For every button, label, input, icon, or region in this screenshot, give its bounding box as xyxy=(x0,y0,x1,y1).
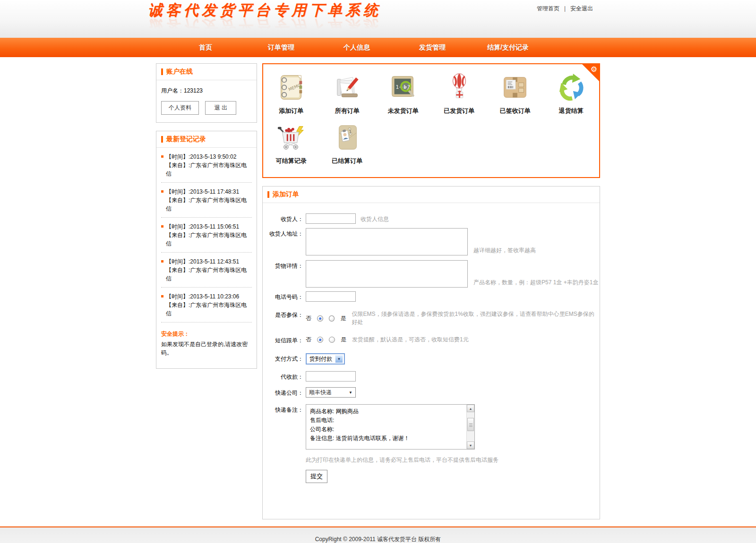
record-from-label: 【来自】: xyxy=(166,162,190,169)
record-time: 2013-5-11 15:06:51 xyxy=(190,223,239,230)
logout-link[interactable]: 安全退出 xyxy=(570,5,593,12)
phone-label: 电话号码： xyxy=(263,291,303,301)
header-accent-bar xyxy=(161,68,163,75)
add-order-header: 添加订单 xyxy=(263,187,600,203)
username-label: 用户名： xyxy=(161,87,184,94)
cod-label: 代收款： xyxy=(263,371,303,381)
account-box-header: 账户在线 xyxy=(156,64,257,80)
records-box-header: 最新登记记录 xyxy=(156,131,257,148)
admin-home-link[interactable]: 管理首页 xyxy=(537,5,559,12)
records-box-title: 最新登记记录 xyxy=(166,135,206,144)
add-order-title: 添加订单 xyxy=(273,190,299,199)
quick-unshipped-orders[interactable]: 1+1 =? 未发货订单 xyxy=(375,72,431,115)
dotted-divider xyxy=(161,287,252,288)
quick-shipped-orders[interactable]: 已发货订单 xyxy=(431,72,488,115)
profile-button[interactable]: 个人资料 xyxy=(161,101,199,115)
username-line: 用户名：123123 xyxy=(161,87,252,95)
submit-button[interactable]: 提交 xyxy=(306,470,327,483)
main-nav: 首页 订单管理 个人信息 发货管理 结算/支付记录 xyxy=(0,38,756,57)
record-from-label: 【来自】: xyxy=(166,267,190,273)
nav-item-shipping[interactable]: 发货管理 xyxy=(395,43,470,52)
address-label: 收货人地址： xyxy=(263,228,303,238)
nav-item-settlement[interactable]: 结算/支付记录 xyxy=(470,43,546,52)
courier-label: 快递公司： xyxy=(263,387,303,397)
record-time-label: 【时间】: xyxy=(166,223,190,230)
quick-item-label: 添加订单 xyxy=(263,107,319,115)
book-pencil-icon xyxy=(319,72,376,103)
add-order-panel: 添加订单 收货人： 收货人信息 收货人地址： 越详细越好，签收率越高 xyxy=(262,186,600,519)
gear-icon[interactable]: ⚙ xyxy=(591,65,597,74)
remark-hint: 此为打印在快递单上的信息，请务必写上售后电话，平台不提供售后电话服务 xyxy=(306,456,600,464)
phone-input[interactable] xyxy=(306,291,356,302)
blackboard-icon: 1+1 =? xyxy=(375,72,431,103)
quick-item-label: 所有订单 xyxy=(319,107,376,115)
quick-add-order[interactable]: MEMO 添加订单 xyxy=(263,72,319,115)
scrollbar[interactable]: ▲ ▼ xyxy=(466,405,474,449)
record-time-label: 【时间】: xyxy=(166,153,190,160)
quick-settled-orders[interactable]: 已结算订单 xyxy=(319,122,376,165)
logout-button[interactable]: 退 出 xyxy=(205,101,236,115)
quick-item-label: 已结算订单 xyxy=(319,157,376,165)
bullet-icon xyxy=(161,295,163,297)
bullet-icon xyxy=(161,190,163,193)
security-tip-title: 安全提示： xyxy=(161,330,252,338)
quick-settleable-records[interactable]: 可结算记录 xyxy=(263,122,319,165)
scroll-thumb[interactable] xyxy=(467,418,474,431)
dotted-divider xyxy=(161,322,252,322)
sms-hint: 发货提醒，默认选是，可选否，收取短信费1元 xyxy=(352,336,469,344)
remark-textarea[interactable]: 商品名称: 网购商品 售后电话: 公司名称: 备注信息: 送货前请先电话联系，谢… xyxy=(306,404,475,450)
dotted-divider xyxy=(161,217,252,218)
quick-item-label: 已签收订单 xyxy=(487,107,543,115)
receiver-input[interactable] xyxy=(306,213,356,224)
sms-yes-label: 是 xyxy=(341,336,346,344)
quick-all-orders[interactable]: 所有订单 xyxy=(319,72,376,115)
bullet-icon xyxy=(161,155,163,158)
quick-item-label: 已发货订单 xyxy=(431,107,488,115)
payment-select[interactable]: 货到付款 ▼ xyxy=(306,353,345,365)
record-time-label: 【时间】: xyxy=(166,293,190,300)
scroll-down-icon[interactable]: ▼ xyxy=(467,441,474,449)
courier-select[interactable]: 顺丰快递 ▼ xyxy=(306,387,356,398)
nav-item-home[interactable]: 首页 xyxy=(168,43,243,52)
goods-textarea[interactable] xyxy=(306,260,468,288)
insurance-no-label: 否 xyxy=(306,314,311,322)
record-from-label: 【来自】: xyxy=(166,232,190,238)
receiver-label: 收货人： xyxy=(263,213,303,223)
dotted-divider xyxy=(161,182,252,183)
logo-text: 诚客代发货平台专用下单系统 xyxy=(148,3,381,17)
chevron-down-icon: ▼ xyxy=(349,390,352,395)
envelope-badge-icon xyxy=(319,122,376,153)
address-textarea[interactable] xyxy=(306,228,468,255)
bullet-icon xyxy=(161,225,163,228)
address-hint: 越详细越好，签收率越高 xyxy=(473,246,536,255)
record-from-label: 【来自】: xyxy=(166,302,190,308)
cod-input[interactable] xyxy=(306,371,356,382)
nav-item-profile[interactable]: 个人信息 xyxy=(319,43,395,52)
login-records-box: 最新登记记录 【时间】:2013-5-13 9:50:02 【来自】:广东省广州… xyxy=(156,131,257,369)
quick-received-orders[interactable]: 已签收订单 xyxy=(487,72,543,115)
payment-selected-value: 货到付款 xyxy=(309,355,332,363)
sms-yes-radio[interactable] xyxy=(329,337,335,343)
nav-item-orders[interactable]: 订单管理 xyxy=(243,43,319,52)
record-time: 2013-5-11 17:48:31 xyxy=(190,188,239,195)
link-separator: | xyxy=(564,5,566,12)
bullet-icon xyxy=(161,260,163,263)
login-record: 【时间】:2013-5-13 9:50:02 【来自】:广东省广州市海珠区电信 xyxy=(161,153,252,178)
record-from-label: 【来自】: xyxy=(166,197,190,204)
quick-menu-panel: ⚙ MEMO xyxy=(262,63,600,178)
svg-text:=?: =? xyxy=(403,84,410,90)
insurance-yes-radio[interactable] xyxy=(329,315,335,322)
sms-no-radio[interactable] xyxy=(317,337,323,343)
balloon-gift-icon xyxy=(431,72,488,103)
insurance-no-radio[interactable] xyxy=(317,315,323,322)
payment-label: 支付方式： xyxy=(263,353,303,363)
login-record: 【时间】:2013-5-11 17:48:31 【来自】:广东省广州市海珠区电信 xyxy=(161,187,252,213)
remark-text: 商品名称: 网购商品 售后电话: 公司名称: 备注信息: 送货前请先电话联系，谢… xyxy=(306,405,466,449)
security-tip-text: 如果发现不是自己登录的,请速改密码。 xyxy=(161,340,252,357)
record-time-label: 【时间】: xyxy=(166,258,190,265)
username-value: 123123 xyxy=(184,87,203,94)
scroll-up-icon[interactable]: ▲ xyxy=(467,405,474,412)
page-header: 诚客代发货平台专用下单系统 诚客代发货平台专用下单系统 管理首页|安全退出 xyxy=(0,0,756,38)
insurance-label: 是否参保： xyxy=(263,309,303,319)
record-time-label: 【时间】: xyxy=(166,188,190,195)
